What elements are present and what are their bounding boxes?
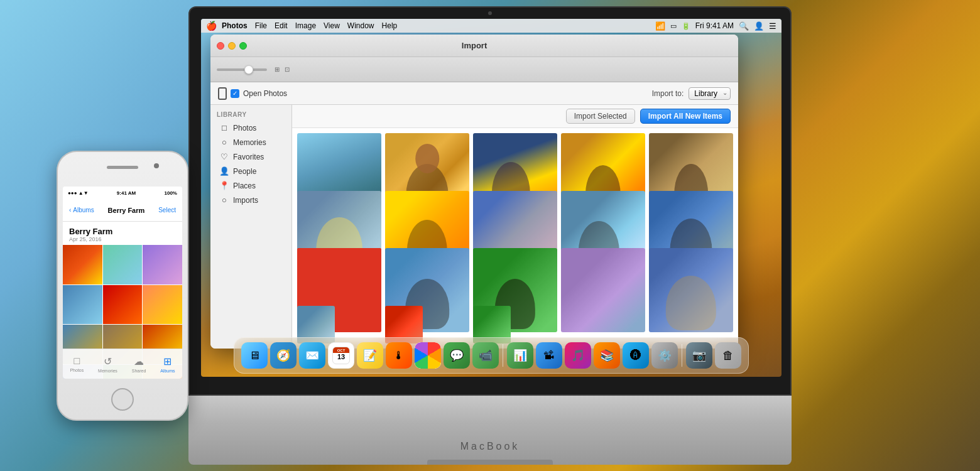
facetime-icon: 📹 [479,349,493,362]
iphone-home-button[interactable] [111,388,134,411]
iphone-album-header: Berry Farm Apr 25, 2016 [63,222,182,245]
iphone-tab-albums[interactable]: ⊞ Albums [160,355,175,373]
iphone-battery-status: 100% [165,190,177,196]
webcam-dot [488,11,492,15]
iphone-tab-shared[interactable]: ☁ Shared [132,355,146,373]
volume-down-button[interactable] [57,227,57,246]
macbook-screen: 🍎 Photos File Edit Image View Window Hel… [201,19,781,377]
menu-icon[interactable]: ☰ [769,21,776,31]
dock-item-camera[interactable]: 📷 [686,342,712,369]
import-bar-left: ✓ Open Photos [218,87,287,100]
photo-cell[interactable] [649,248,733,332]
menubar: 🍎 Photos File Edit Image View Window Hel… [201,19,781,33]
menubar-app-name[interactable]: Photos [222,21,248,30]
window-titlebar: Import [210,35,738,57]
battery-icon: 🔋 [682,22,690,30]
phone-icon [218,87,227,100]
menubar-right: 📶 ▭ 🔋 Fri 9:41 AM 🔍 👤 ☰ [655,21,776,31]
dock-item-photos[interactable] [415,342,441,369]
minimize-button[interactable] [228,42,236,50]
dock-item-messages[interactable]: 💬 [444,342,470,369]
dock-item-keynote[interactable]: 📽 [536,342,562,369]
iphone-select-button[interactable]: Select [158,207,176,214]
sidebar-item-imports[interactable]: ○ Imports [213,193,289,207]
iphone-photo[interactable] [143,245,182,284]
apple-menu[interactable]: 🍎 [206,21,217,31]
dock-item-itunes[interactable]: 🎵 [565,342,591,369]
sidebar-item-imports-label: Imports [233,196,258,205]
slider-thumb [244,65,253,74]
dock-item-calendar[interactable]: OCT 13 [328,342,354,369]
menubar-help[interactable]: Help [382,21,398,30]
photo-cell[interactable] [561,248,645,332]
menubar-image[interactable]: Image [295,21,316,30]
dock-separator-2 [682,344,682,367]
dock-item-safari[interactable]: 🧭 [270,342,297,369]
dock-item-system-prefs[interactable]: ⚙️ [651,342,678,369]
iphone-photo[interactable] [103,245,143,284]
dock-item-mail[interactable]: ✉️ [299,342,325,369]
macbook-notch [427,460,553,465]
iphone-photo[interactable] [63,245,102,284]
iphone-front-camera [154,163,159,168]
user-icon[interactable]: 👤 [754,21,764,31]
dock-item-numbers[interactable]: 📊 [507,342,533,369]
menubar-view[interactable]: View [324,21,340,30]
sidebar-item-photos-label: Photos [233,124,256,133]
import-header: Import Selected Import All New Items [292,105,738,128]
menubar-window[interactable]: Window [347,21,374,30]
close-button[interactable] [217,42,224,50]
iphone-signal: ●●● ▲▼ [68,190,89,196]
numbers-icon: 📊 [513,349,527,362]
search-icon[interactable]: 🔍 [739,21,749,31]
iphone-status-bar: ●●● ▲▼ 9:41 AM 100% [63,187,182,199]
iphone-tab-photos[interactable]: □ Photos [70,355,84,372]
dock-item-trash[interactable]: 🗑 [715,342,741,369]
sidebar-item-places[interactable]: 📍 Places [213,178,289,193]
chevron-icon: ⌄ [722,89,727,96]
import-selected-button[interactable]: Import Selected [566,109,635,124]
sidebar-item-photos[interactable]: □ Photos [213,121,289,135]
volume-up-button[interactable] [57,202,57,221]
toolbar-icon-1[interactable]: ⊞ [275,66,280,73]
iphone-tab-shared-label: Shared [132,369,146,373]
iphone-album-date: Apr 25, 2016 [69,236,176,242]
open-photos-checkbox[interactable]: ✓ [231,89,239,98]
dock-item-appstore[interactable]: 🅐 [623,342,649,369]
iphone-photo[interactable] [143,285,182,325]
places-sidebar-icon: 📍 [219,181,229,190]
sidebar-item-people[interactable]: 👤 People [213,164,289,178]
menubar-edit[interactable]: Edit [275,21,288,30]
sidebar-item-people-label: People [233,167,256,176]
import-to-select[interactable]: Library ⌄ [689,87,731,100]
iphone-tab-memories[interactable]: ↺ Memories [98,355,117,373]
iphone-back-button[interactable]: ‹ Albums [69,207,94,214]
dock-item-ibooks[interactable]: 📚 [594,342,620,369]
macbook-label: MacBook [460,441,520,452]
iphone-tab-photos-label: Photos [70,368,84,372]
dock-item-finder[interactable]: 🖥 [241,342,268,369]
dock-item-facetime[interactable]: 📹 [472,342,499,369]
iphone-photo[interactable] [103,285,143,325]
chevron-left-icon: ‹ [69,207,71,214]
sidebar-item-favorites[interactable]: ♡ Favorites [213,149,289,164]
appstore-icon: 🅐 [630,349,641,362]
iphone-photo[interactable] [63,285,102,325]
dock-item-health[interactable]: 🌡 [386,342,412,369]
window-body: Library □ Photos ○ Memories ♡ [210,105,738,349]
dock-separator [503,344,503,367]
memories-tab-icon: ↺ [104,355,112,367]
zoom-slider[interactable] [217,68,267,71]
messages-icon: 💬 [450,349,464,362]
fullscreen-button[interactable] [239,42,247,50]
sidebar-item-memories[interactable]: ○ Memories [213,135,289,149]
import-all-button[interactable]: Import All New Items [640,109,731,124]
main-content: Import Selected Import All New Items [292,105,738,349]
toolbar-icon-2[interactable]: ⊡ [285,66,290,73]
macbook-device: 🍎 Photos File Edit Image View Window Hel… [188,6,792,465]
power-button[interactable] [188,215,188,243]
import-bar: ✓ Open Photos Import to: Library ⌄ [210,82,738,105]
dock-item-notes[interactable]: 📝 [357,342,383,369]
menubar-file[interactable]: File [255,21,267,30]
toolbar: ⊞ ⊡ [210,57,738,82]
